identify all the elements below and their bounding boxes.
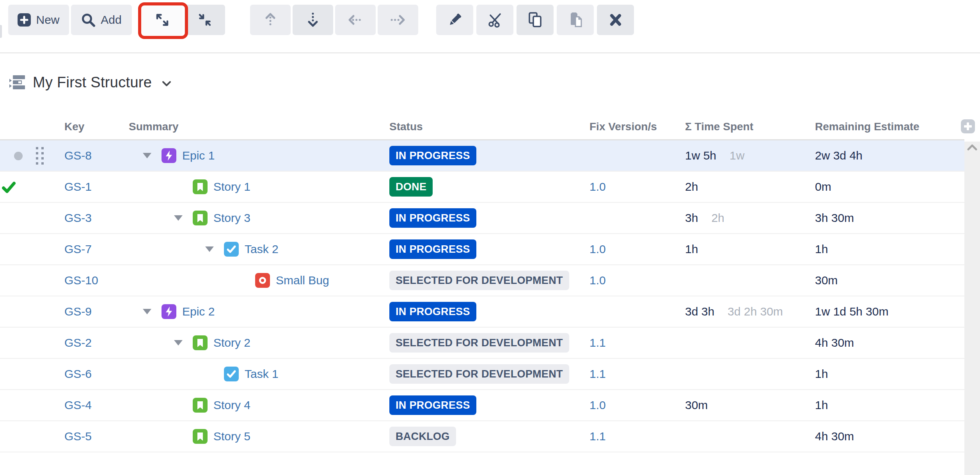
issue-key-link[interactable]: GS-5 (64, 430, 92, 443)
remaining-estimate-value: 1w 1d 5h 30m (815, 305, 888, 318)
expander-slot (205, 371, 224, 377)
collapse-arrow-icon[interactable] (205, 246, 214, 252)
row-gutter (0, 172, 39, 202)
fix-version-link[interactable]: 1.0 (589, 243, 606, 256)
table-row[interactable]: GS-10 Small Bug SELECTED FOR DEVELOPMENT… (0, 265, 964, 296)
add-button-label: Add (101, 13, 121, 27)
issue-key-link[interactable]: GS-8 (64, 149, 92, 162)
remaining-estimate-value: 1h (815, 399, 828, 412)
move-left-button[interactable] (335, 5, 376, 35)
collapse-all-button[interactable] (185, 5, 225, 35)
edit-button[interactable] (436, 5, 473, 35)
column-header-summary[interactable]: Summary (129, 114, 384, 139)
issue-key-link[interactable]: GS-7 (64, 243, 92, 256)
copy-button[interactable] (517, 5, 554, 35)
table-row[interactable]: GS-1 Story 1 DONE 1.0 2h 0m (0, 172, 964, 203)
story-icon (193, 398, 208, 413)
table-row[interactable]: GS-7 Task 2 IN PROGRESS 1.0 1h 1h (0, 234, 964, 265)
move-up-button[interactable] (250, 5, 291, 35)
remaining-estimate-value: 1h (815, 367, 828, 381)
paste-icon (568, 12, 583, 28)
column-header-status[interactable]: Status (384, 114, 583, 139)
collapse-arrow-icon[interactable] (143, 153, 151, 158)
collapse-arrow-icon[interactable] (174, 340, 183, 346)
status-badge: IN PROGRESS (389, 208, 476, 228)
table-row[interactable]: GS-9 Epic 2 IN PROGRESS 3d 3h 3d 2h 30m (0, 296, 964, 328)
move-right-button[interactable] (378, 5, 418, 35)
issue-summary-link[interactable]: Task 2 (245, 243, 279, 256)
issue-summary-link[interactable]: Story 4 (213, 399, 250, 412)
vertical-scrollbar[interactable] (964, 142, 980, 475)
status-badge: DONE (389, 177, 433, 197)
remaining-estimate-value: 2w 3d 4h (815, 149, 863, 162)
cut-button[interactable] (476, 5, 513, 35)
expand-all-button[interactable] (142, 5, 183, 35)
table-row[interactable]: GS-6 Task 1 SELECTED FOR DEVELOPMENT 1.1 (0, 359, 964, 390)
issue-summary-link[interactable]: Story 3 (213, 211, 250, 225)
status-badge: BACKLOG (389, 427, 456, 446)
column-header-remaining-estimate[interactable]: Remaining Estimate (810, 114, 964, 139)
fix-version-link[interactable]: 1.0 (589, 399, 606, 412)
table-row[interactable]: GS-5 Story 5 BACKLOG 1.1 4h 30m (0, 421, 964, 452)
arrow-down-icon (305, 12, 321, 28)
row-gutter (0, 296, 39, 327)
delete-button[interactable] (597, 5, 634, 35)
issue-key-link[interactable]: GS-4 (64, 399, 92, 412)
time-spent-value: 30m (685, 399, 708, 412)
row-gutter (0, 234, 39, 264)
issue-key-link[interactable]: GS-9 (64, 305, 92, 318)
issue-key-link[interactable]: GS-1 (64, 180, 92, 193)
fix-version-link[interactable]: 1.0 (589, 274, 606, 287)
add-column-button[interactable] (961, 119, 975, 133)
new-button[interactable]: New (8, 5, 69, 35)
issue-summary-link[interactable]: Epic 2 (182, 305, 215, 318)
time-spent-value: 3d 3h (685, 305, 714, 318)
fix-version-link[interactable]: 1.0 (589, 180, 606, 193)
scissors-icon (487, 12, 503, 28)
column-header-key[interactable]: Key (39, 114, 129, 139)
row-gutter (0, 328, 39, 358)
expand-icon (154, 12, 170, 28)
issue-key-link[interactable]: GS-3 (64, 211, 92, 225)
issue-summary-link[interactable]: Task 1 (245, 367, 279, 381)
collapse-arrow-icon[interactable] (174, 215, 183, 221)
table-row[interactable]: GS-4 Story 4 IN PROGRESS 1.0 30m 1h (0, 390, 964, 421)
remaining-estimate-value: 4h 30m (815, 430, 854, 443)
status-badge: IN PROGRESS (389, 146, 476, 165)
arrow-up-icon (263, 12, 278, 28)
row-gutter (0, 203, 39, 233)
drag-handle[interactable] (36, 147, 44, 165)
time-spent-value: 1w 5h (685, 149, 716, 162)
table-body: GS-8 Epic 1 IN PROGRESS 1w 5h 1w 2w 3d 4 (0, 140, 964, 452)
remaining-estimate-value: 0m (815, 180, 831, 193)
table-row[interactable]: GS-2 Story 2 SELECTED FOR DEVELOPMENT 1.… (0, 328, 964, 359)
paste-button[interactable] (557, 5, 594, 35)
column-header-fix-versions[interactable]: Fix Version/s (583, 114, 681, 139)
scroll-up-icon[interactable] (967, 144, 977, 151)
issue-key-link[interactable]: GS-6 (64, 367, 92, 381)
fix-version-link[interactable]: 1.1 (589, 430, 606, 443)
table-row[interactable]: GS-8 Epic 1 IN PROGRESS 1w 5h 1w 2w 3d 4 (0, 140, 964, 172)
row-gutter (0, 359, 39, 389)
chevron-down-icon[interactable] (162, 81, 171, 87)
fix-version-link[interactable]: 1.1 (589, 367, 606, 381)
remaining-estimate-value: 4h 30m (815, 336, 854, 349)
time-spent-aggregate-value: 3d 2h 30m (728, 305, 783, 318)
column-header-time-spent[interactable]: Σ Time Spent (681, 114, 810, 139)
issue-summary-link[interactable]: Story 5 (213, 430, 250, 443)
structure-icon (9, 73, 27, 91)
issue-key-link[interactable]: GS-2 (64, 336, 92, 349)
expander-slot (205, 246, 224, 252)
issue-summary-link[interactable]: Small Bug (276, 274, 329, 287)
status-badge: IN PROGRESS (389, 395, 476, 415)
table-row[interactable]: GS-3 Story 3 IN PROGRESS 3h 2h 3h 30m (0, 203, 964, 234)
issue-summary-link[interactable]: Epic 1 (182, 149, 215, 162)
add-button[interactable]: Add (71, 5, 132, 35)
issue-summary-link[interactable]: Story 2 (213, 336, 250, 349)
fix-version-link[interactable]: 1.1 (589, 336, 606, 349)
issue-key-link[interactable]: GS-10 (64, 274, 98, 287)
task-icon (224, 242, 239, 257)
collapse-arrow-icon[interactable] (143, 309, 151, 314)
issue-summary-link[interactable]: Story 1 (213, 180, 250, 193)
move-down-button[interactable] (293, 5, 333, 35)
